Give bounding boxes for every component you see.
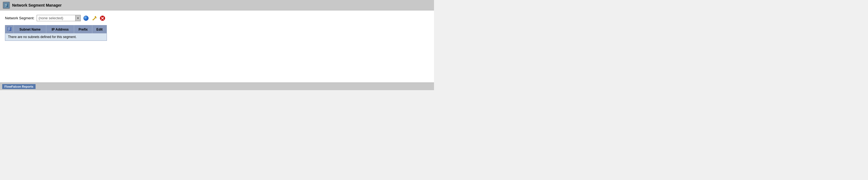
table-header-edit: Edit (92, 25, 107, 34)
title-bar: Network Segment Manager (0, 0, 434, 10)
table-header-icon (5, 25, 14, 34)
wrench-button[interactable] (91, 15, 97, 21)
svg-rect-3 (5, 5, 7, 6)
svg-rect-15 (8, 28, 10, 28)
table-header-row: Subnet Name IP Address Prefix Edit (5, 25, 107, 34)
table-empty-row: There are no subnets defined for this se… (5, 33, 107, 41)
svg-rect-2 (5, 5, 7, 5)
app-title: Network Segment Manager (12, 3, 62, 7)
segment-label: Network Segment: (5, 16, 34, 20)
table-header-prefix: Prefix (74, 25, 92, 34)
svg-rect-14 (7, 27, 11, 31)
svg-rect-18 (8, 30, 9, 31)
segment-select-wrapper: (none selected) (37, 15, 81, 21)
flowfalcon-reports-button[interactable]: FlowFalcon Reports (2, 84, 35, 89)
main-content: Network Segment: (none selected) (0, 10, 434, 90)
svg-rect-0 (4, 3, 8, 7)
table-empty-message: There are no subnets defined for this se… (5, 33, 107, 41)
globe-button[interactable] (83, 15, 89, 21)
segment-select[interactable]: (none selected) (37, 15, 81, 21)
svg-rect-17 (8, 29, 10, 30)
subnet-table: Subnet Name IP Address Prefix Edit There… (5, 25, 107, 41)
svg-rect-16 (8, 28, 10, 29)
table-header-subnet-name: Subnet Name (14, 25, 46, 34)
svg-rect-4 (5, 6, 6, 7)
segment-row: Network Segment: (none selected) (5, 15, 429, 21)
page-wrapper: Network Segment Manager Network Segment:… (0, 0, 434, 90)
segment-dropdown-arrow-icon[interactable] (75, 15, 81, 21)
table-header-ip-address: IP Address (46, 25, 74, 34)
delete-button[interactable] (99, 15, 105, 21)
app-icon (3, 2, 10, 9)
svg-rect-1 (5, 4, 7, 4)
status-bar: FlowFalcon Reports (0, 83, 434, 90)
